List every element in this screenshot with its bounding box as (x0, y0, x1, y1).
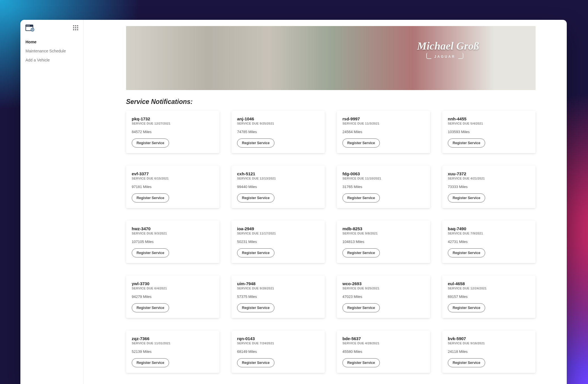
service-card-miles: 42731 Miles (448, 240, 530, 244)
sidebar-item-label: Add a Vehicle (25, 58, 50, 62)
sidebar-item-home[interactable]: Home (20, 37, 83, 46)
service-card: rqn-0143SERVICE DUE 7/24/202168149 Miles… (231, 330, 325, 373)
svg-line-11 (31, 29, 32, 29)
svg-line-12 (33, 30, 33, 31)
register-service-button[interactable]: Register Service (237, 303, 274, 312)
nav-list: Home Maintenance Schedule Add a Vehicle (20, 35, 83, 65)
register-service-button[interactable]: Register Service (132, 248, 169, 257)
service-card-due: SERVICE DUE 12/24/2021 (448, 287, 530, 290)
service-card-miles: 24118 Miles (448, 349, 530, 354)
service-card-id: baq-7490 (448, 226, 530, 231)
service-card-miles: 68149 Miles (237, 349, 319, 354)
service-card-miles: 94279 Miles (132, 295, 214, 299)
register-service-button[interactable]: Register Service (342, 303, 380, 312)
service-card-id: rqn-0143 (237, 336, 319, 341)
sidebar-top (20, 20, 83, 35)
service-card: nnh-4455SERVICE DUE 5/4/2021103593 Miles… (442, 111, 536, 153)
register-service-button[interactable]: Register Service (448, 248, 485, 257)
service-card-miles: 69157 Miles (448, 295, 530, 299)
register-service-button[interactable]: Register Service (342, 248, 380, 257)
register-service-button[interactable]: Register Service (448, 193, 485, 202)
service-card-miles: 97181 Miles (132, 185, 214, 189)
register-service-button[interactable]: Register Service (342, 358, 380, 367)
register-service-button[interactable]: Register Service (448, 138, 485, 148)
hero-brand: JAGUAR (426, 54, 463, 60)
register-service-button[interactable]: Register Service (448, 358, 485, 367)
sidebar: Home Maintenance Schedule Add a Vehicle (20, 20, 84, 384)
svg-line-13 (31, 30, 32, 31)
register-service-button[interactable]: Register Service (132, 193, 169, 202)
service-card-miles: 45580 Miles (342, 349, 425, 354)
register-service-button[interactable]: Register Service (132, 138, 169, 148)
service-card-miles: 99440 Miles (237, 185, 319, 189)
service-card-due: SERVICE DUE 11/31/2021 (132, 342, 214, 345)
register-service-button[interactable]: Register Service (237, 193, 274, 202)
service-card-miles: 107105 Miles (132, 240, 214, 244)
sidebar-item-label: Home (25, 40, 37, 44)
service-card-id: rsd-9997 (342, 116, 425, 121)
service-card-id: pkq-1732 (132, 116, 214, 121)
service-card: eul-4658SERVICE DUE 12/24/202169157 Mile… (442, 276, 536, 318)
service-card-miles: 52139 Miles (132, 349, 214, 354)
section-title: Service Notifications: (126, 98, 536, 106)
service-card-due: SERVICE DUE 9/8/2021 (342, 232, 425, 235)
service-card: rsd-9997SERVICE DUE 11/3/202124564 Miles… (337, 111, 430, 153)
service-card: ioa-2949SERVICE DUE 11/17/202150231 Mile… (231, 221, 325, 263)
service-card: wco-2693SERVICE DUE 9/25/202147023 Miles… (337, 276, 430, 318)
register-service-button[interactable]: Register Service (342, 138, 380, 148)
service-card: zqz-7366SERVICE DUE 11/31/202152139 Mile… (126, 330, 220, 373)
service-card-miles: 103593 Miles (448, 130, 530, 134)
service-card-due: SERVICE DUE 6/15/2021 (132, 177, 214, 180)
register-service-button[interactable]: Register Service (342, 193, 380, 202)
service-card: anj-1046SERVICE DUE 9/25/202174785 Miles… (231, 111, 325, 153)
service-card-miles: 47023 Miles (342, 295, 425, 299)
service-card-due: SERVICE DUE 6/4/2021 (132, 287, 214, 290)
service-card: baq-7490SERVICE DUE 7/9/202142731 MilesR… (442, 221, 536, 263)
service-card-id: xuu-7372 (448, 171, 530, 176)
service-card: evf-3377SERVICE DUE 6/15/202197181 Miles… (126, 166, 220, 208)
main-content: Michael Groß JAGUAR Service Notification… (84, 20, 567, 384)
app-window: Home Maintenance Schedule Add a Vehicle … (20, 20, 567, 384)
service-card-id: fdg-0063 (342, 171, 425, 176)
service-card: fdg-0063SERVICE DUE 11/10/202131765 Mile… (337, 166, 430, 208)
service-card-miles: 73333 Miles (448, 185, 530, 189)
service-card-id: zqz-7366 (132, 336, 214, 341)
sidebar-item-add-vehicle[interactable]: Add a Vehicle (20, 56, 83, 65)
service-card-id: ioa-2949 (237, 226, 319, 231)
service-card-due: SERVICE DUE 9/25/2021 (237, 122, 319, 125)
register-service-button[interactable]: Register Service (237, 138, 274, 148)
service-card: bde-5637SERVICE DUE 4/28/202145580 Miles… (337, 330, 430, 373)
service-card-id: cxh-5121 (237, 171, 319, 176)
svg-line-14 (33, 29, 33, 29)
service-card: pkq-1732SERVICE DUE 12/27/202184572 Mile… (126, 111, 220, 153)
service-card: ywl-3730SERVICE DUE 6/4/202194279 MilesR… (126, 276, 220, 318)
register-service-button[interactable]: Register Service (237, 358, 274, 367)
service-card-id: anj-1046 (237, 116, 319, 121)
svg-rect-3 (28, 25, 29, 26)
register-service-button[interactable]: Register Service (132, 358, 169, 367)
service-card: cxh-5121SERVICE DUE 12/13/202199440 Mile… (231, 166, 325, 208)
service-card-due: SERVICE DUE 11/10/2021 (342, 177, 425, 180)
service-card-due: SERVICE DUE 7/24/2021 (237, 342, 319, 345)
app-launcher-icon[interactable] (73, 25, 78, 30)
sidebar-item-maintenance-schedule[interactable]: Maintenance Schedule (20, 46, 83, 56)
service-card-id: evf-3377 (132, 171, 214, 176)
service-card-id: hwz-3470 (132, 226, 214, 231)
service-card-id: uim-7948 (237, 281, 319, 286)
hero-banner: Michael Groß JAGUAR (126, 26, 536, 90)
service-card-due: SERVICE DUE 9/25/2021 (342, 287, 425, 290)
service-card: xuu-7372SERVICE DUE 4/21/202173333 Miles… (442, 166, 536, 208)
register-service-button[interactable]: Register Service (448, 303, 485, 312)
register-service-button[interactable]: Register Service (132, 303, 169, 312)
service-card-due: SERVICE DUE 11/3/2021 (342, 122, 425, 125)
service-card-due: SERVICE DUE 9/3/2021 (132, 232, 214, 235)
service-card-due: SERVICE DUE 7/9/2021 (448, 232, 530, 235)
register-service-button[interactable]: Register Service (237, 248, 274, 257)
service-card-due: SERVICE DUE 9/28/2021 (237, 287, 319, 290)
service-card-miles: 57375 Miles (237, 295, 319, 299)
service-card-due: SERVICE DUE 5/4/2021 (448, 122, 530, 125)
service-card-id: ywl-3730 (132, 281, 214, 286)
app-logo-icon[interactable] (25, 24, 35, 32)
service-card-due: SERVICE DUE 9/16/2021 (448, 342, 530, 345)
service-card: mdb-8253SERVICE DUE 9/8/2021104813 Miles… (337, 221, 430, 263)
